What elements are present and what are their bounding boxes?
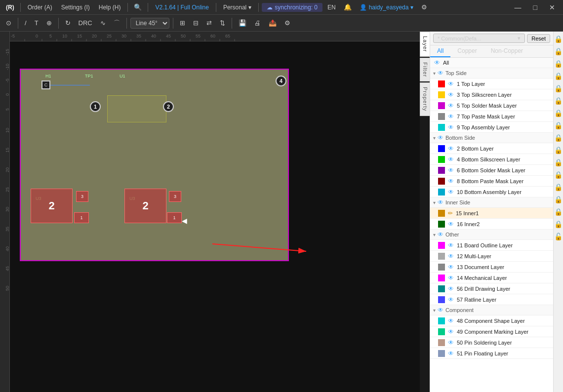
layer-all-row[interactable]: 👁 All [430,58,553,68]
layer-8-pastemask[interactable]: 👁 8 Bottom Paste Mask Layer [430,176,553,187]
notification-icon[interactable]: 🔔 [341,2,355,12]
menu-help[interactable]: Help (H) [95,3,125,12]
eye-8[interactable]: 👁 [448,178,454,185]
layer-9-assembly[interactable]: 👁 9 Top Assembly Layer [430,122,553,133]
comp-u1[interactable] [107,95,166,122]
bend-tool-button[interactable]: ⌒ [111,17,123,29]
filter-tab-all[interactable]: All [430,45,450,57]
lock-icon-3[interactable]: 🔒 [553,58,563,69]
group-component[interactable]: ▾ 👁 Component [430,305,553,315]
layer-11-outline[interactable]: 👁 11 Board Outline Layer [430,240,553,251]
lock-icon-5[interactable]: 🔒 [553,83,563,94]
eye-9[interactable]: 👁 [448,124,454,131]
layer-10-assembly[interactable]: 👁 10 Bottom Assembly Layer [430,187,553,197]
comp-u3b-pin3[interactable]: 3 [169,191,181,202]
eye-5[interactable]: 👁 [448,102,454,109]
settings-icon[interactable]: ⚙ [418,2,430,12]
flip-v-button[interactable]: ⇅ [217,18,228,28]
layer-49-marking[interactable]: 👁 49 Component Marking Layer [430,326,553,337]
layer-15-inner1[interactable]: ✏ 15 Inner1 [430,208,553,219]
draw-tool-button[interactable]: ⊙ [3,18,14,28]
sync-status[interactable]: ☁ synchronizing: 0 [262,3,322,12]
bottom-eye-icon[interactable]: 👁 [438,134,443,141]
eye-57[interactable]: 👁 [448,296,454,303]
eye-14[interactable]: 👁 [448,274,454,281]
eye-51[interactable]: 👁 [448,350,454,357]
eye-11[interactable]: 👁 [448,242,454,249]
lock-icon-13[interactable]: 🔒 [553,182,563,193]
all-eye-icon[interactable]: 👁 [434,59,440,66]
reset-button[interactable]: Reset [527,34,550,43]
print-button[interactable]: 🖨 [251,18,264,28]
minimize-button[interactable]: — [510,2,526,12]
comp-h1[interactable]: C [41,80,50,89]
lock-icon-11[interactable]: 🔒 [553,157,563,168]
top-eye-icon[interactable]: 👁 [438,70,443,77]
eye-10[interactable]: 👁 [448,189,454,196]
layer-4-silkscreen[interactable]: 👁 4 Bottom Silkscreen Layer [430,154,553,165]
layer-13-document[interactable]: 👁 13 Document Layer [430,262,553,273]
layer-57-ratline[interactable]: 👁 57 Ratline Layer [430,294,553,305]
user-profile[interactable]: 👤 haidy_easyeda ▾ [356,3,418,12]
eye-12[interactable]: 👁 [448,253,454,260]
layer-16-inner2[interactable]: 👁 16 Inner2 [430,219,553,230]
other-eye-icon[interactable]: 👁 [438,231,443,238]
layer-50-soldering[interactable]: 👁 50 Pin Soldering Layer [430,337,553,348]
inner-eye-icon[interactable]: 👁 [438,199,443,206]
eye-3[interactable]: 👁 [448,91,454,98]
layer-2-bottom[interactable]: 👁 2 Bottom Layer [430,143,553,154]
curve-tool-button[interactable]: ∿ [97,18,109,28]
lock-icon-9[interactable]: 🔒 [553,132,563,143]
line-tool-button[interactable]: / [22,18,30,28]
lock-icon-15[interactable]: 🔒 [553,206,563,217]
tab-layer[interactable]: Layer [420,32,430,57]
layer-14-mechanical[interactable]: 👁 14 Mechanical Layer [430,273,553,283]
lock-icon-14[interactable]: 🔒 [553,194,563,205]
layer-3-silkscreen[interactable]: 👁 3 Top Silkscreen Layer [430,89,553,100]
language-selector[interactable]: EN [323,3,340,12]
comp-u3-pin1[interactable]: 1 [74,212,89,223]
preferences-button[interactable]: ⚙ [282,18,293,28]
layer-51-floating[interactable]: 👁 51 Pin Floating Layer [430,348,553,359]
personal-dropdown[interactable]: Personal ▾ [219,3,255,12]
lock-icon-8[interactable]: 🔒 [553,120,563,131]
lock-icon-7[interactable]: 🔒 [553,108,563,118]
lock-icon-1[interactable]: 🔒 [553,34,563,44]
lock-icon-17[interactable]: 🔓 [553,231,563,242]
filter-tab-noncopper[interactable]: Non-Copper [484,45,530,57]
comp-u3b-pin1[interactable]: 1 [167,212,182,223]
group-inner-side[interactable]: ▾ 👁 Inner Side [430,197,553,208]
group-top-side[interactable]: ▾ 👁 Top Side [430,68,553,78]
component-eye-icon[interactable]: 👁 [438,307,443,314]
maximize-button[interactable]: □ [528,2,542,12]
close-button[interactable]: ✕ [544,2,560,12]
menu-settings[interactable]: Settings (I) [57,3,94,12]
lock-icon-2[interactable]: 🔒 [553,46,563,57]
rotate-tool-button[interactable]: ↻ [62,18,74,28]
line-mode-select[interactable]: Line 45° [130,18,169,29]
distribute-button[interactable]: ⊟ [190,18,201,28]
layer-7-pastemask[interactable]: 👁 7 Top Paste Mask Layer [430,111,553,122]
eye-16[interactable]: 👁 [448,221,454,228]
crosshair-tool-button[interactable]: ⊕ [43,18,55,28]
align-left-button[interactable]: ⊞ [177,18,188,28]
layer-12-multi[interactable]: 👁 12 Multi-Layer [430,251,553,262]
layer-6-soldermask[interactable]: 👁 6 Bottom Solder Mask Layer [430,165,553,176]
lock-icon-4[interactable]: 🔒 [553,71,563,81]
eye-13[interactable]: 👁 [448,264,454,271]
layer-1-top[interactable]: 👁 1 Top Layer [430,78,553,89]
tab-filter[interactable]: Filter [420,58,430,81]
pcb-board[interactable]: H1 TP1 U1 C 1 2 4 U3 2 [20,69,289,261]
eye-6[interactable]: 👁 [448,167,454,174]
layer-48-shape[interactable]: 👁 48 Component Shape Layer [430,315,553,326]
lock-icon-16[interactable]: 🔒 [553,219,563,230]
layer-56-drill[interactable]: 👁 56 Drill Drawing Layer [430,283,553,294]
eye-56[interactable]: 👁 [448,285,454,292]
search-icon[interactable]: 🔍 [131,2,145,12]
group-bottom-side[interactable]: ▾ 👁 Bottom Side [430,133,553,143]
comp-u3-pad[interactable]: 2 [31,189,73,223]
eye-4[interactable]: 👁 [448,156,454,163]
canvas-content[interactable]: H1 TP1 U1 C 1 2 4 U3 2 [10,41,420,392]
layer-5-soldermask[interactable]: 👁 5 Top Solder Mask Layer [430,100,553,111]
eye-7[interactable]: 👁 [448,113,454,120]
